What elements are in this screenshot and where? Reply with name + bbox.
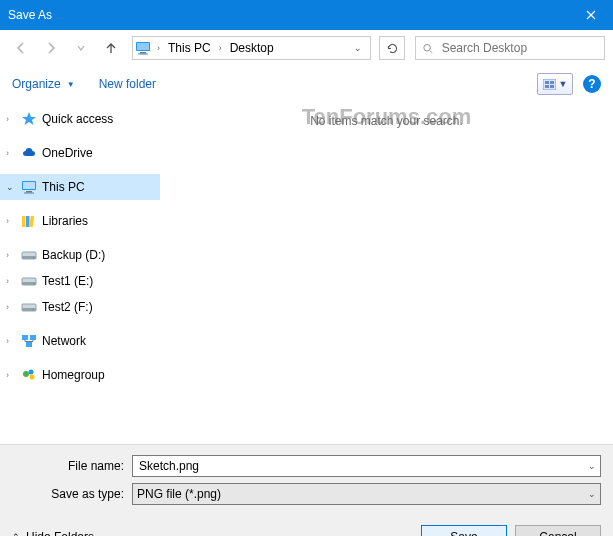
expand-icon[interactable]: ›: [6, 276, 16, 286]
recent-locations-button[interactable]: [68, 35, 94, 61]
tree-item-label: Test2 (F:): [42, 300, 93, 314]
drive-icon: [20, 247, 38, 263]
organize-menu[interactable]: Organize ▼: [12, 77, 75, 91]
file-name-input[interactable]: [137, 458, 596, 474]
svg-rect-3: [138, 54, 148, 55]
file-list-pane[interactable]: TenForums.com No items match your search…: [160, 102, 613, 444]
hide-folders-button[interactable]: ⌃ Hide Folders: [12, 530, 94, 536]
svg-rect-28: [26, 342, 32, 347]
tree-item-label: Test1 (E:): [42, 274, 93, 288]
tree-item-label: OneDrive: [42, 146, 93, 160]
save-type-select[interactable]: PNG file (*.png) ⌄: [132, 483, 601, 505]
tree-item-label: Homegroup: [42, 368, 105, 382]
save-button[interactable]: Save: [421, 525, 507, 536]
footer-row: ⌃ Hide Folders Save Cancel: [12, 511, 601, 536]
save-button-rest: ave: [458, 530, 477, 536]
search-box[interactable]: [415, 36, 605, 60]
tree-item-test2-drive[interactable]: › Test2 (F:): [0, 294, 160, 320]
drive-icon: [20, 273, 38, 289]
svg-point-25: [33, 309, 34, 310]
svg-rect-11: [23, 182, 35, 189]
tree-item-libraries[interactable]: › Libraries: [0, 208, 160, 234]
collapse-icon[interactable]: ⌄: [6, 182, 16, 192]
pc-icon: [20, 179, 38, 195]
save-type-row: Save as type: PNG file (*.png) ⌄: [12, 483, 601, 505]
svg-rect-1: [137, 43, 149, 50]
breadcrumb-this-pc[interactable]: This PC: [162, 37, 217, 59]
cancel-button[interactable]: Cancel: [515, 525, 601, 536]
star-icon: [20, 111, 38, 127]
new-folder-button[interactable]: New folder: [99, 77, 156, 91]
file-name-label: File name:: [12, 459, 132, 473]
drive-icon: [20, 299, 38, 315]
command-bar: Organize ▼ New folder ▼ ?: [0, 66, 613, 102]
file-name-row: File name: ⌄: [12, 455, 601, 477]
chevron-down-icon: [76, 43, 86, 53]
libraries-icon: [20, 213, 38, 229]
navigation-tree[interactable]: › Quick access › OneDrive ⌄ This PC ›: [0, 102, 160, 444]
body-split: › Quick access › OneDrive ⌄ This PC ›: [0, 102, 613, 444]
expand-icon[interactable]: ›: [6, 148, 16, 158]
tree-item-homegroup[interactable]: › Homegroup: [0, 362, 160, 388]
tree-item-onedrive[interactable]: › OneDrive: [0, 140, 160, 166]
svg-point-19: [33, 257, 34, 258]
expand-icon[interactable]: ›: [6, 114, 16, 124]
tree-item-backup-drive[interactable]: › Backup (D:): [0, 242, 160, 268]
chevron-up-icon: ⌃: [12, 532, 20, 536]
tree-item-label: Network: [42, 334, 86, 348]
save-type-value: PNG file (*.png): [137, 487, 221, 501]
refresh-button[interactable]: [379, 36, 405, 60]
navigation-bar: › This PC › Desktop ⌄: [0, 30, 613, 66]
expand-icon[interactable]: ›: [6, 302, 16, 312]
view-icon: [543, 79, 556, 90]
close-button[interactable]: [568, 0, 613, 30]
expand-icon[interactable]: ›: [6, 250, 16, 260]
chevron-down-icon: ▼: [67, 80, 75, 89]
expand-icon[interactable]: ›: [6, 336, 16, 346]
svg-rect-5: [543, 79, 556, 90]
svg-rect-6: [545, 81, 549, 84]
help-button[interactable]: ?: [583, 75, 601, 93]
search-icon: [422, 42, 434, 55]
breadcrumb-separator: ›: [217, 43, 224, 53]
arrow-up-icon: [103, 40, 119, 56]
arrow-left-icon: [13, 40, 29, 56]
chevron-down-icon[interactable]: ⌄: [588, 489, 596, 499]
svg-rect-2: [140, 52, 146, 54]
tree-item-quick-access[interactable]: › Quick access: [0, 106, 160, 132]
homegroup-icon: [20, 367, 38, 383]
tree-item-label: Libraries: [42, 214, 88, 228]
svg-rect-15: [26, 216, 30, 227]
svg-rect-14: [22, 216, 26, 227]
expand-icon[interactable]: ›: [6, 216, 16, 226]
forward-button[interactable]: [38, 35, 64, 61]
address-bar[interactable]: › This PC › Desktop ⌄: [132, 36, 371, 60]
view-options-button[interactable]: ▼: [537, 73, 573, 95]
title-bar: Save As: [0, 0, 613, 30]
tree-item-test1-drive[interactable]: › Test1 (E:): [0, 268, 160, 294]
breadcrumb-desktop[interactable]: Desktop: [224, 37, 280, 59]
search-input[interactable]: [440, 40, 598, 56]
empty-message: No items match your search.: [160, 114, 613, 128]
svg-rect-26: [22, 335, 28, 340]
svg-rect-7: [550, 81, 554, 84]
tree-item-network[interactable]: › Network: [0, 328, 160, 354]
tree-item-label: Quick access: [42, 112, 113, 126]
back-button[interactable]: [8, 35, 34, 61]
expand-icon[interactable]: ›: [6, 370, 16, 380]
cloud-icon: [20, 145, 38, 161]
svg-rect-13: [24, 193, 34, 194]
up-button[interactable]: [98, 35, 124, 61]
chevron-down-icon[interactable]: ⌄: [588, 461, 596, 471]
svg-rect-8: [545, 85, 549, 88]
tree-item-label: This PC: [42, 180, 85, 194]
this-pc-icon: [135, 40, 151, 56]
address-dropdown[interactable]: ⌄: [348, 43, 368, 53]
svg-rect-27: [30, 335, 36, 340]
svg-rect-12: [26, 191, 32, 193]
tree-item-this-pc[interactable]: ⌄ This PC: [0, 174, 160, 200]
chevron-down-icon: ▼: [559, 79, 568, 89]
svg-rect-16: [29, 216, 34, 227]
file-name-combo[interactable]: ⌄: [132, 455, 601, 477]
svg-point-29: [23, 371, 29, 377]
